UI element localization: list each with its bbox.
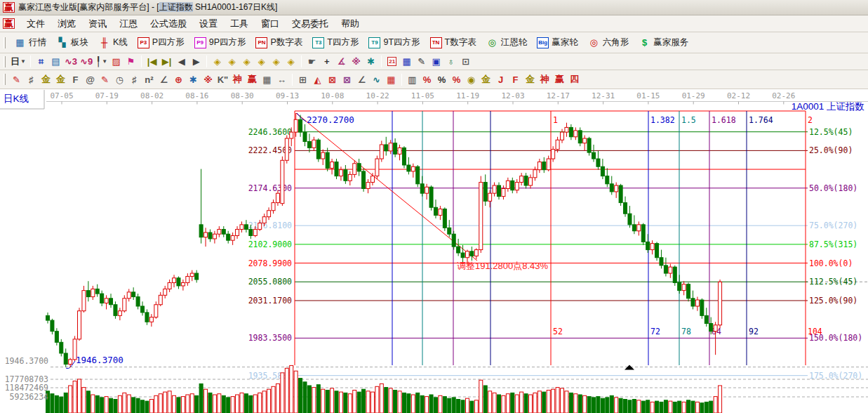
toolbar-grip[interactable] (4, 56, 6, 67)
k-prime-button[interactable]: K" (215, 73, 230, 86)
golden-circle-button[interactable]: ◉ (464, 73, 479, 86)
print-button[interactable]: ⊡ (458, 55, 473, 68)
four-angle-button[interactable]: 四 (567, 73, 582, 86)
box-select-button[interactable]: ⊞ (295, 73, 310, 86)
fibonacci-tool-button[interactable]: F (68, 73, 83, 86)
gann-compass-button[interactable]: ⊕ (171, 73, 186, 86)
shen-angle-button[interactable]: 神 (538, 73, 552, 86)
menu-item-文件[interactable]: 文件 (20, 17, 51, 30)
compress-horizontal-button[interactable]: ◈ (254, 55, 269, 68)
win-tool-button[interactable]: 赢 (245, 73, 260, 86)
hexagon-button[interactable]: ◎六角形 (583, 34, 634, 51)
ai-tool-button[interactable]: ✱ (363, 55, 378, 68)
calendar-button[interactable]: 21 (385, 55, 399, 68)
pencil-tool-button[interactable]: ✎ (9, 73, 24, 86)
squeeze-right-button[interactable]: ◈ (225, 55, 239, 68)
gann-wheel-button[interactable]: ◎江恩轮 (481, 34, 533, 51)
svg-text:175.0%(270): 175.0%(270) (809, 371, 862, 381)
price-ticks-button[interactable]: ♯ (127, 73, 142, 86)
menu-item-工具[interactable]: 工具 (224, 17, 255, 30)
calculator-button[interactable]: ▦ (399, 55, 414, 68)
volume-profile-button[interactable]: ▥ (405, 73, 420, 86)
menu-item-帮助[interactable]: 帮助 (335, 17, 366, 30)
fan-box-button[interactable]: ⊠ (325, 73, 340, 86)
kline-button[interactable]: ╫K线 (93, 34, 133, 51)
sectors-button[interactable]: ▚板块 (51, 34, 93, 51)
j-line-button[interactable]: J (493, 73, 508, 86)
golden-section-button[interactable]: 金 (39, 73, 53, 86)
color-flag-button[interactable]: ⚑ (123, 55, 138, 68)
spiral-tool-button[interactable]: @ (83, 73, 98, 86)
number-grid-button[interactable]: ▦ (260, 73, 274, 86)
f-line-button[interactable]: F (508, 73, 523, 86)
angle-mirror-button[interactable]: ∠ (156, 73, 171, 86)
mark-pencil-button[interactable]: ✎ (98, 73, 112, 86)
quotes-label: 行情 (29, 37, 46, 48)
p-number-table-button[interactable]: PNP数字表 (251, 34, 307, 51)
toolbar-grip[interactable] (4, 37, 6, 48)
expand-horizontal-button[interactable]: ◈ (239, 55, 254, 68)
gann-shape-tool-button[interactable]: ※ (349, 55, 363, 68)
winner-wheel-button[interactable]: Big赢家轮 (532, 34, 583, 51)
shen-tool-button[interactable]: 神 (230, 73, 245, 86)
win-angle-button[interactable]: 赢 (552, 73, 567, 86)
9p-square-button[interactable]: P99P四方形 (189, 34, 251, 51)
width-measure-button[interactable]: ↔ (274, 73, 289, 86)
report-editor-button[interactable]: ✎ (414, 55, 429, 68)
p-square-button[interactable]: P3P四方形 (133, 34, 189, 51)
angle-tool-button[interactable]: ∡ (334, 55, 349, 68)
percent-line-button[interactable]: % (449, 73, 464, 86)
mark-pencil-icon: ✎ (101, 74, 109, 85)
skip-end-button[interactable]: ▶| (159, 55, 174, 68)
golden-box-button[interactable]: 金 (53, 73, 68, 86)
web-box-button[interactable]: ⊠ (340, 73, 354, 86)
percent-tool-button[interactable]: % (434, 73, 449, 86)
time-circle-button[interactable]: ◷ (112, 73, 127, 86)
gann-compass-icon: ⊕ (175, 74, 182, 85)
compress-more-button[interactable]: ◈ (269, 55, 283, 68)
skip-start-icon: |◀ (147, 56, 157, 67)
9t-square-button[interactable]: T99T四方形 (363, 34, 425, 51)
square-numbers-button[interactable]: n² (142, 73, 156, 86)
squeeze-left-button[interactable]: ◈ (210, 55, 225, 68)
step-forward-button[interactable]: ▶ (189, 55, 203, 68)
toolbar-grip[interactable] (4, 74, 6, 85)
save-button[interactable]: ▣ (429, 55, 443, 68)
hand-tool-button[interactable]: ☛ (305, 55, 319, 68)
menu-item-公式选股[interactable]: 公式选股 (144, 17, 193, 30)
wave-3-button[interactable]: ∿3 (63, 55, 79, 68)
wave-tool-button[interactable]: ∿ (369, 73, 384, 86)
golden-line-button[interactable]: 金 (479, 73, 493, 86)
crosshair-tool-button[interactable]: + (319, 55, 334, 68)
star-web-button[interactable]: ✱ (186, 73, 201, 86)
export-web-button[interactable]: ♁ (443, 55, 458, 68)
web-overlay-button[interactable]: ⌗ (34, 55, 48, 68)
pattern-search-button[interactable]: ▨ (109, 55, 123, 68)
trend-angle-button[interactable]: ∠ (354, 73, 369, 86)
menu-item-江恩[interactable]: 江恩 (113, 17, 144, 30)
period-label[interactable]: 日K线 (4, 93, 29, 105)
gold-angle-button[interactable]: 金 (523, 73, 538, 86)
gann-fan-button[interactable]: ◭ (310, 73, 325, 86)
gann-angles-button[interactable]: ♯ (24, 73, 39, 86)
menu-item-设置[interactable]: 设置 (193, 17, 224, 30)
winner-service-button[interactable]: $赢家服务 (634, 34, 693, 51)
t-number-table-button[interactable]: TNT数字表 (425, 34, 481, 51)
percent-retrace-button[interactable]: % (420, 73, 434, 86)
skip-start-button[interactable]: |◀ (145, 55, 159, 68)
kline-chart-canvas[interactable]: 07-0507-1908-0208-1608-3009-1310-0810-22… (0, 89, 868, 413)
info-panel-button[interactable]: ▤ (48, 55, 63, 68)
menu-item-窗口[interactable]: 窗口 (255, 17, 286, 30)
step-back-button[interactable]: ◀ (174, 55, 189, 68)
compress-all-button[interactable]: ◈ (283, 55, 298, 68)
candle-style-dropdown-button[interactable]: ╿▼ (94, 55, 109, 68)
t-square-button[interactable]: T3T四方形 (307, 34, 363, 51)
menu-item-资讯[interactable]: 资讯 (82, 17, 113, 30)
spider-web-button[interactable]: ※ (201, 73, 215, 86)
wave-9-button[interactable]: ∿9 (79, 55, 94, 68)
kline-period-dropdown-button[interactable]: 日▼ (9, 55, 27, 68)
quotes-button[interactable]: ▦行情 (9, 34, 51, 51)
menu-item-交易委托[interactable]: 交易委托 (286, 17, 335, 30)
price-grid-button[interactable]: ▦ (384, 73, 399, 86)
menu-item-浏览[interactable]: 浏览 (51, 17, 82, 30)
